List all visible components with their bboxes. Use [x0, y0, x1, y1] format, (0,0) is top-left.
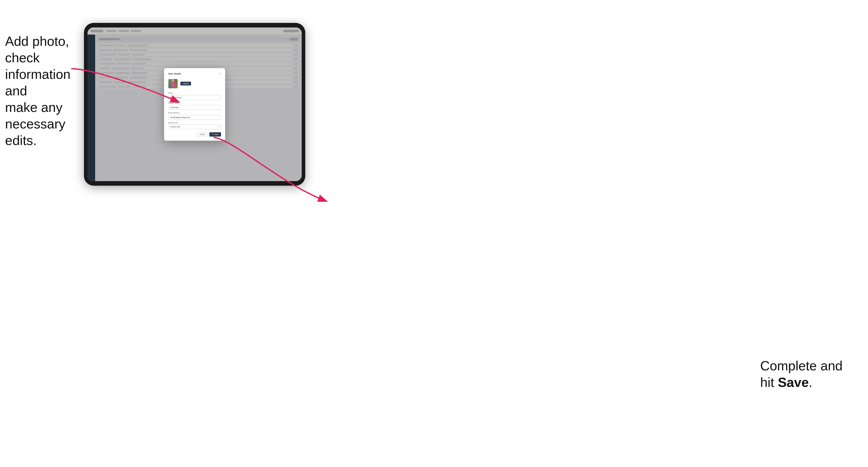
avatar-head: [172, 79, 174, 82]
email-label: Email address: [168, 112, 221, 114]
chevron-down-icon[interactable]: ▾: [219, 126, 220, 128]
avatar: [168, 79, 178, 89]
save-button[interactable]: ⬆ Save: [209, 132, 221, 136]
display-name-label: Display name: [168, 102, 221, 104]
modal-overlay: User details × Upload Name: [88, 28, 302, 181]
school-year-field-group: School Year × ▾: [168, 122, 221, 129]
cancel-button[interactable]: Cancel: [197, 132, 208, 136]
name-input[interactable]: [168, 95, 221, 100]
upload-button[interactable]: Upload: [180, 82, 191, 86]
name-label: Name: [168, 92, 221, 94]
user-details-modal: User details × Upload Name: [164, 68, 225, 141]
modal-photo-row: Upload: [168, 79, 221, 89]
school-year-input[interactable]: [168, 124, 221, 129]
name-field-group: Name: [168, 92, 221, 100]
school-year-label: School Year: [168, 122, 221, 124]
select-clear-icon[interactable]: ×: [216, 126, 217, 128]
modal-title: User details: [168, 72, 181, 75]
annotation-right: Complete andhit Save.: [760, 357, 843, 391]
school-year-select-wrapper: × ▾: [168, 124, 221, 129]
email-field-group: Email address: [168, 112, 221, 120]
annotation-left: Add photo, checkinformation andmake anyn…: [5, 33, 92, 149]
email-input[interactable]: [168, 115, 221, 120]
display-name-input[interactable]: [168, 105, 221, 110]
display-name-field-group: Display name: [168, 102, 221, 110]
modal-header: User details ×: [168, 72, 221, 75]
annotation-save-word: Save: [778, 375, 809, 390]
modal-footer: Cancel ⬆ Save: [168, 132, 221, 136]
save-icon: ⬆: [212, 133, 213, 135]
close-icon[interactable]: ×: [218, 72, 221, 75]
save-button-label: Save: [214, 133, 219, 135]
tablet-screen: User details × Upload Name: [88, 28, 302, 181]
tablet-frame: User details × Upload Name: [84, 23, 305, 186]
